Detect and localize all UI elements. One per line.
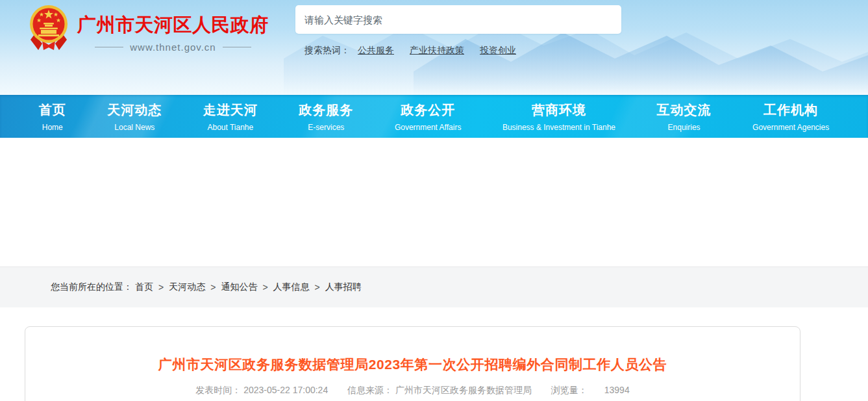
article-title: 广州市天河区政务服务数据管理局2023年第一次公开招聘编外合同制工作人员公告 [25,356,800,374]
nav-item-en: Local News [107,123,162,132]
logo-text: 广州市天河区人民政府 www.thnet.gov.cn [77,3,269,53]
site-url: www.thnet.gov.cn [130,42,216,53]
nav-item-zh: 工作机构 [752,101,829,119]
nav-item-en: Government Affairs [395,123,462,132]
nav-item-en: About Tianhe [203,123,258,132]
nav-item-enquiries[interactable]: 互动交流 Enquiries [657,101,712,132]
nav-item-en: E-services [299,123,353,132]
breadcrumb-item-notices[interactable]: 通知公告 [221,281,257,293]
breadcrumb-item-recruitment[interactable]: 人事招聘 [325,281,362,293]
nav-item-local-news[interactable]: 天河动态 Local News [107,101,162,132]
article-meta: 发表时间： 2023-05-22 17:00:24 信息来源： 广州市天河区政务… [25,385,800,396]
article-card: 广州市天河区政务服务数据管理局2023年第一次公开招聘编外合同制工作人员公告 发… [25,326,800,401]
nav-item-en: Enquiries [657,123,712,132]
hot-word-investment-startup[interactable]: 投资创业 [480,45,516,57]
hot-word-industry-support-policy[interactable]: 产业扶持政策 [410,45,464,57]
nav-item-about-tianhe[interactable]: 走进天河 About Tianhe [203,101,258,132]
nav-item-zh: 政务公开 [395,101,462,119]
views-label: 浏览量： [551,385,588,395]
hot-search-row: 搜索热词： 公共服务 产业扶持政策 投资创业 [295,45,621,57]
nav-item-zh: 首页 [39,101,66,119]
nav-item-zh: 政务服务 [299,101,353,119]
publish-time-value: 2023-05-22 17:00:24 [243,385,328,395]
publish-time-label: 发表时间： [195,385,241,395]
nav-item-en: Business & Investment in Tianhe [502,123,615,132]
page: 广州市天河区人民政府 www.thnet.gov.cn 搜索热词： 公共服务 产… [0,0,868,401]
nav-item-zh: 互动交流 [657,101,712,119]
breadcrumb-bar: 您当前所在的位置： 首页 > 天河动态 > 通知公告 > 人事信息 > 人事招聘 [0,266,868,307]
nav-item-zh: 走进天河 [203,101,258,119]
breadcrumb-separator: > [262,282,267,292]
site-logo[interactable]: 广州市天河区人民政府 www.thnet.gov.cn [29,3,269,53]
source-value: 广州市天河区政务服务数据管理局 [395,385,532,395]
dash-line [223,47,251,47]
breadcrumb-separator: > [315,282,320,292]
content-area: 广州市天河区政务服务数据管理局2023年第一次公开招聘编外合同制工作人员公告 发… [0,307,868,401]
main-nav: 首页 Home 天河动态 Local News 走进天河 About Tianh… [0,95,868,138]
source-label: 信息来源： [347,385,393,395]
search-area: 搜索热词： 公共服务 产业扶持政策 投资创业 [295,5,621,57]
nav-item-en: Government Agencies [752,123,829,132]
breadcrumb-separator: > [210,282,216,292]
breadcrumb-separator: > [158,282,164,292]
nav-item-zh: 天河动态 [107,101,162,119]
search-input[interactable] [295,5,621,34]
hot-search-label: 搜索热词： [304,45,350,57]
site-url-row: www.thnet.gov.cn [77,42,269,53]
content-spacer [0,138,868,266]
nav-item-eservices[interactable]: 政务服务 E-services [299,101,353,132]
nav-item-government-agencies[interactable]: 工作机构 Government Agencies [752,101,829,132]
nav-item-home[interactable]: 首页 Home [39,101,66,132]
nav-item-zh: 营商环境 [502,101,615,119]
nav-item-business-environment[interactable]: 营商环境 Business & Investment in Tianhe [502,101,615,132]
national-emblem-icon [29,3,68,53]
dash-line [95,47,123,47]
breadcrumb-item-home[interactable]: 首页 [135,281,153,293]
breadcrumb-item-local-news[interactable]: 天河动态 [169,281,205,293]
site-title: 广州市天河区人民政府 [77,15,269,36]
site-header: 广州市天河区人民政府 www.thnet.gov.cn 搜索热词： 公共服务 产… [0,0,868,95]
breadcrumb-item-personnel-info[interactable]: 人事信息 [273,281,310,293]
breadcrumb-label: 您当前所在的位置： [51,281,132,293]
nav-item-government-affairs[interactable]: 政务公开 Government Affairs [395,101,462,132]
nav-item-en: Home [39,123,66,132]
hot-word-public-services[interactable]: 公共服务 [358,45,394,57]
views-value: 13994 [604,385,630,395]
